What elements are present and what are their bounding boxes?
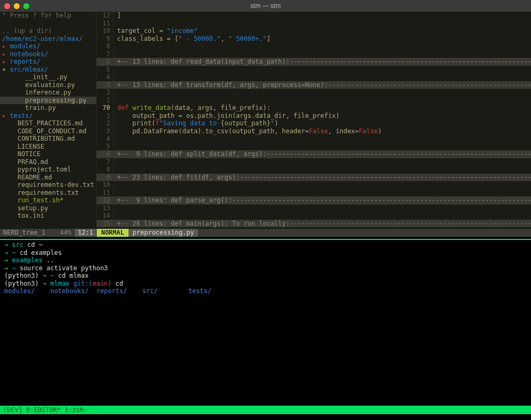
code-line[interactable]: 10target_col = "income" [97, 27, 531, 35]
fold-line[interactable]: 15+-- 28 lines: def main(args): To run l… [97, 220, 531, 228]
line-number: 9 [97, 174, 114, 182]
tree-file[interactable]: PRFAQ.md [0, 158, 96, 166]
line-number: 5 [97, 143, 114, 151]
code-line[interactable]: 12] [97, 12, 531, 20]
line-number: 6 [97, 58, 114, 66]
tree-folder[interactable]: ▸ tests/ [0, 112, 96, 120]
tree-folder[interactable]: ▾ src/mlmax/ [0, 66, 96, 74]
line-number: 8 [97, 42, 114, 50]
tree-file[interactable]: run_test.sh* [0, 196, 96, 204]
tree-file[interactable]: __init__.py [0, 73, 96, 81]
line-number: 8 [97, 166, 114, 174]
code-line[interactable]: 14 [97, 212, 531, 220]
fold-line[interactable]: 12+-- 9 lines: def parse_arg():---------… [97, 196, 531, 204]
line-number: 13 [97, 204, 114, 212]
code-line[interactable]: 70def write_data(data, args, file_prefix… [97, 104, 531, 112]
line-number: 2 [97, 89, 114, 97]
editor-panel[interactable]: 12]1110target_col = "income"9class_label… [97, 12, 531, 237]
close-icon[interactable] [4, 3, 10, 9]
line-number: 11 [97, 189, 114, 197]
tree-file[interactable]: evaluation.py [0, 81, 96, 89]
code-line[interactable]: 13 [97, 204, 531, 212]
tmux-statusbar[interactable]: [DEV] 0:EDITOR* 1:zsh- [0, 406, 531, 414]
code-line[interactable]: 2 print(f"Saving data to {output_path}") [97, 119, 531, 127]
vim-workspace: " Press ? for help .. (up a dir) /home/e… [0, 12, 531, 237]
tree-file[interactable]: LICENSE [0, 143, 96, 151]
line-number: 10 [97, 181, 114, 189]
code-line[interactable]: 4 [97, 135, 531, 143]
nerdtree-statusline: NERD_tree_1 44% 12:1 [0, 229, 96, 237]
tree-file[interactable]: NOTICE [0, 150, 96, 158]
line-number: 3 [97, 81, 114, 89]
tree-file[interactable]: inference.py [0, 89, 96, 97]
titlebar: stm — stm [0, 0, 531, 12]
editor-statusline: NORMAL preprocessing.py [97, 229, 531, 237]
code-line[interactable]: 5 [97, 66, 531, 74]
terminal-line: → ~ cd examples [4, 249, 527, 257]
line-number: 2 [97, 119, 114, 127]
filename: preprocessing.py [129, 229, 199, 237]
tree-file[interactable]: README.md [0, 174, 96, 182]
tree-folder[interactable]: ▸ notebooks/ [0, 50, 96, 58]
line-number: 70 [97, 104, 114, 112]
code-line[interactable]: 10 [97, 181, 531, 189]
cursor-pos: 12:1 [75, 229, 97, 237]
code-line[interactable]: 8 [97, 166, 531, 174]
terminal-line: → examples .. [4, 256, 527, 264]
tree-file[interactable]: train.py [0, 104, 96, 112]
code-line[interactable]: 2 [97, 89, 531, 97]
line-number: 6 [97, 150, 114, 158]
fold-line[interactable]: 9+-- 23 lines: def fit(df, args):-------… [97, 174, 531, 182]
nerdtree-panel[interactable]: " Press ? for help .. (up a dir) /home/e… [0, 12, 97, 237]
code-line[interactable]: 1 output_path = os.path.join(args.data_d… [97, 112, 531, 120]
tree-file[interactable]: requirements.txt [0, 189, 96, 197]
code-line[interactable]: 9class_labels = [" - 50000.", " 50000+."… [97, 35, 531, 43]
code-line[interactable]: 8 [97, 42, 531, 50]
code-line[interactable]: 11 [97, 189, 531, 197]
tree-file[interactable]: setup.py [0, 204, 96, 212]
tree-folder[interactable]: ▸ modules/ [0, 42, 96, 50]
code-line[interactable]: 7 [97, 50, 531, 58]
line-number: 11 [97, 20, 114, 28]
window-title: stm — stm [0, 2, 531, 10]
zoom-icon[interactable] [23, 3, 29, 9]
line-number: 3 [97, 127, 114, 135]
terminal-line: → src cd ~ [4, 241, 527, 249]
line-number: 4 [97, 73, 114, 81]
buffer-name: NERD_tree_1 [0, 229, 48, 237]
code-line[interactable]: 11 [97, 20, 531, 28]
fold-line[interactable]: 6+-- 13 lines: def read_data(input_data_… [97, 58, 531, 66]
fold-line[interactable]: 6+-- 9 lines: def split_data(df, args):-… [97, 150, 531, 158]
terminal-line: (python3) → mlmax git:(main) cd [4, 280, 527, 288]
tree-file[interactable]: pyproject.toml [0, 166, 96, 174]
terminal-line: modules/ notebooks/ reports/ src/ tests/ [4, 287, 527, 295]
line-number: 12 [97, 12, 114, 20]
fold-line[interactable]: 3+-- 13 lines: def transform(df, args, p… [97, 81, 531, 89]
tree-folder[interactable]: ▸ reports/ [0, 58, 96, 66]
code-line[interactable]: 1 [97, 97, 531, 105]
tree-file[interactable]: BEST_PRACTICES.md [0, 119, 96, 127]
code-line[interactable]: 3 pd.DataFrame(data).to_csv(output_path,… [97, 127, 531, 135]
terminal-line: → ~ source activate python3 [4, 264, 527, 272]
line-number: 10 [97, 27, 114, 35]
tree-file[interactable]: tox.ini [0, 212, 96, 220]
line-number: 9 [97, 35, 114, 43]
tree-file[interactable]: preprocessing.py [0, 97, 96, 105]
window-controls [4, 3, 29, 9]
minimize-icon[interactable] [14, 3, 20, 9]
tree-file[interactable]: requirements-dev.txt [0, 181, 96, 189]
code-line[interactable]: 7 [97, 158, 531, 166]
tmux-status-text: [DEV] 0:EDITOR* 1:zsh- [3, 406, 88, 414]
up-dir[interactable]: .. (up a dir) [0, 27, 96, 35]
code-line[interactable]: 5 [97, 143, 531, 151]
vim-mode: NORMAL [97, 229, 128, 237]
code-line[interactable]: 4 [97, 73, 531, 81]
line-number: 15 [97, 220, 114, 228]
tree-file[interactable]: CONTRIBUTING.md [0, 135, 96, 143]
scroll-percent: 44% [57, 229, 75, 237]
terminal-panel[interactable]: → src cd ~→ ~ cd examples→ examples ..→ … [0, 240, 531, 406]
tree-file[interactable]: CODE_OF_CONDUCT.md [0, 127, 96, 135]
cwd-path[interactable]: /home/ec2-user/mlmax/ [0, 35, 96, 43]
line-number: 7 [97, 50, 114, 58]
line-number: 14 [97, 212, 114, 220]
